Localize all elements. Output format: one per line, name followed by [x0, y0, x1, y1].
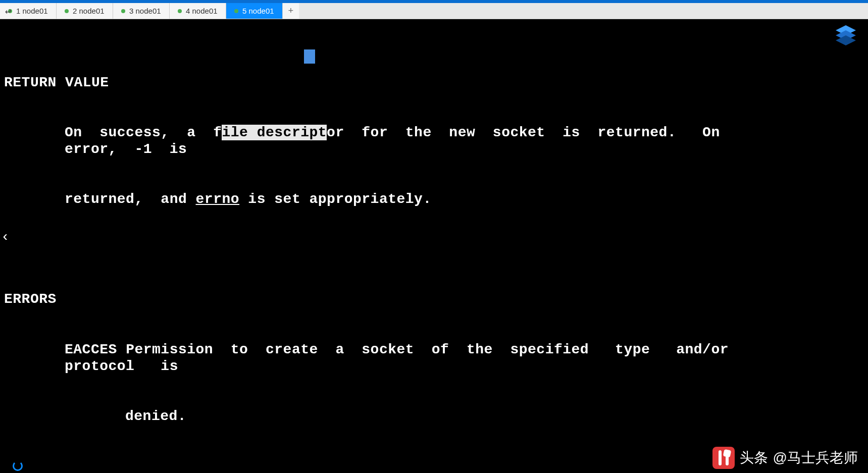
right-panel-area	[752, 19, 868, 473]
toutiao-logo-icon	[712, 447, 735, 469]
return-value-text-line2: returned, and errno is set appropriately…	[4, 191, 748, 207]
tab-3[interactable]: 3 node01	[113, 3, 170, 19]
status-dot-icon	[121, 9, 125, 13]
error-eacces-cont: denied.	[4, 408, 748, 425]
loading-spinner-icon	[13, 461, 23, 471]
errno-link: errno	[196, 191, 240, 207]
watermark-handle: @马士兵老师	[773, 448, 858, 467]
tab-label: 5 node01	[242, 7, 274, 15]
status-dot-icon	[178, 9, 182, 13]
tab-4[interactable]: 4 node01	[170, 3, 226, 19]
watermark: 头条 @马士兵老师	[712, 447, 858, 469]
return-value-text: On success, a file descriptor for the ne…	[4, 124, 748, 157]
tab-label: 1 node01	[16, 7, 48, 15]
terminal-content[interactable]: RETURN VALUE On success, a file descript…	[0, 19, 752, 473]
tab-5[interactable]: 5 node01	[226, 3, 283, 19]
tab-label: 3 node01	[129, 7, 161, 15]
tab-bar: ↩ 1 node01 2 node01 3 node01 4 node01 5 …	[0, 3, 868, 19]
new-tab-button[interactable]: +	[283, 3, 299, 19]
tab-label: 4 node01	[186, 7, 218, 15]
tab-label: 2 node01	[73, 7, 105, 15]
section-errors: ERRORS	[4, 291, 748, 307]
layers-icon[interactable]	[834, 24, 858, 45]
status-dot-icon	[65, 9, 69, 13]
prev-nav-icon[interactable]: ‹	[1, 229, 10, 244]
error-eacces: EACCES Permission to create a socket of …	[4, 341, 748, 375]
tab-2[interactable]: 2 node01	[57, 3, 113, 19]
highlighted-selection: ile descript	[222, 125, 327, 140]
back-arrow-icon[interactable]: ↩	[5, 5, 11, 18]
section-return-value: RETURN VALUE	[4, 74, 748, 91]
watermark-prefix: 头条	[740, 448, 768, 467]
selection-cursor-icon	[304, 49, 315, 64]
status-dot-icon	[234, 9, 238, 13]
